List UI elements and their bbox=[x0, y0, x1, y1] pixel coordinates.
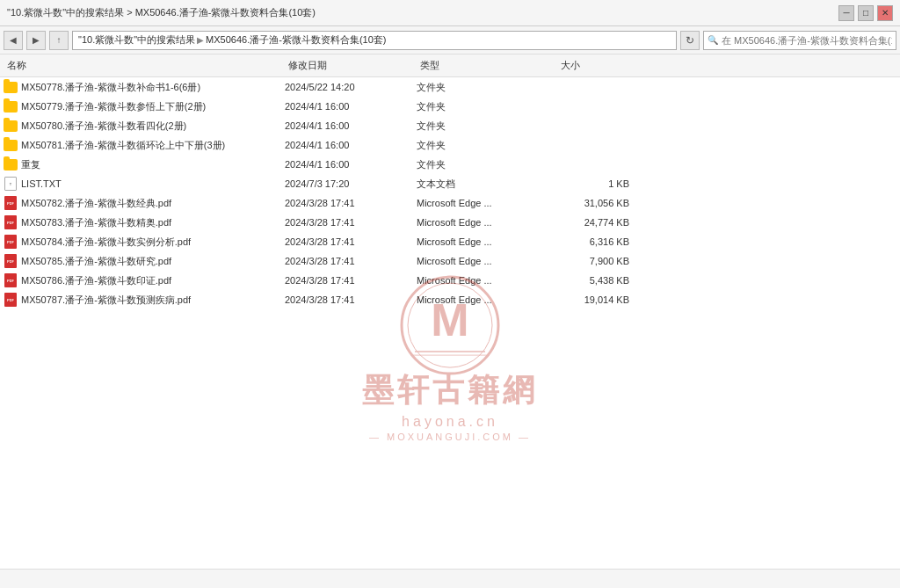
file-size: 6,316 KB bbox=[557, 236, 636, 247]
file-size: 5,438 KB bbox=[557, 275, 636, 286]
pdf-icon bbox=[4, 196, 18, 210]
address-bar[interactable]: "10.紫微斗数"中的搜索结果 ▶ MX50646.潘子渔-紫微斗数资料合集(1… bbox=[72, 31, 677, 50]
file-date: 2024/3/28 17:41 bbox=[285, 236, 417, 247]
file-size: 31,056 KB bbox=[557, 198, 636, 208]
pdf-icon bbox=[4, 235, 18, 249]
file-date: 2024/3/28 17:41 bbox=[285, 294, 417, 305]
table-row[interactable]: MX50779.潘子渔-紫微斗数参悟上下册(2册) 2024/4/1 16:00… bbox=[0, 97, 900, 116]
breadcrumb-separator: ▶ bbox=[197, 35, 204, 45]
file-type: Microsoft Edge ... bbox=[417, 198, 557, 208]
folder-icon bbox=[4, 80, 18, 94]
file-size: 19,014 KB bbox=[557, 294, 636, 305]
forward-button[interactable]: ▶ bbox=[26, 31, 46, 50]
maximize-button[interactable]: □ bbox=[858, 5, 874, 21]
title-bar-text: "10.紫微斗数"中的搜索结果 > MX50646.潘子渔-紫微斗数资料合集(1… bbox=[7, 6, 838, 19]
file-date: 2024/4/1 16:00 bbox=[285, 120, 417, 131]
file-name: MX50780.潘子渔-紫微斗数看四化(2册) bbox=[21, 120, 285, 133]
status-bar bbox=[0, 569, 900, 588]
search-icon: 🔍 bbox=[708, 35, 718, 45]
file-type: Microsoft Edge ... bbox=[417, 275, 557, 286]
column-headers: 名称 修改日期 类型 大小 bbox=[0, 54, 900, 77]
file-size: 7,900 KB bbox=[557, 256, 636, 266]
file-date: 2024/3/28 17:41 bbox=[285, 198, 417, 208]
watermark-domain: — MOXUANGUJI.COM — bbox=[369, 432, 531, 442]
file-date: 2024/4/1 16:00 bbox=[285, 140, 417, 150]
file-name: 重复 bbox=[21, 158, 285, 171]
breadcrumb-part1: "10.紫微斗数"中的搜索结果 bbox=[78, 33, 195, 47]
search-input[interactable] bbox=[722, 35, 892, 46]
pdf-icon bbox=[4, 273, 18, 287]
title-bar: "10.紫微斗数"中的搜索结果 > MX50646.潘子渔-紫微斗数资料合集(1… bbox=[0, 0, 900, 26]
search-box[interactable]: 🔍 bbox=[703, 31, 896, 50]
file-name: MX50783.潘子渔-紫微斗数精奥.pdf bbox=[21, 216, 285, 229]
watermark-text-cn: 墨轩古籍網 bbox=[362, 369, 538, 412]
table-row[interactable]: 重复 2024/4/1 16:00 文件夹 bbox=[0, 155, 900, 174]
file-name: MX50779.潘子渔-紫微斗数参悟上下册(2册) bbox=[21, 100, 285, 113]
file-date: 2024/3/28 17:41 bbox=[285, 256, 417, 266]
file-date: 2024/5/22 14:20 bbox=[285, 82, 417, 92]
folder-icon bbox=[4, 119, 18, 133]
file-date: 2024/4/1 16:00 bbox=[285, 101, 417, 112]
file-type: 文本文档 bbox=[417, 178, 557, 191]
file-type: Microsoft Edge ... bbox=[417, 294, 557, 305]
pdf-icon bbox=[4, 254, 18, 268]
pdf-icon bbox=[4, 293, 18, 307]
file-name: MX50787.潘子渔-紫微斗数预测疾病.pdf bbox=[21, 294, 285, 307]
file-type: 文件夹 bbox=[417, 158, 557, 171]
col-header-name[interactable]: 名称 bbox=[4, 59, 285, 72]
table-row[interactable]: MX50786.潘子渔-紫微斗数印证.pdf 2024/3/28 17:41 M… bbox=[0, 271, 900, 290]
file-type: Microsoft Edge ... bbox=[417, 256, 557, 266]
pdf-icon bbox=[4, 215, 18, 229]
breadcrumb: "10.紫微斗数"中的搜索结果 ▶ MX50646.潘子渔-紫微斗数资料合集(1… bbox=[78, 33, 386, 47]
table-row[interactable]: MX50778.潘子渔-紫微斗数补命书1-6(6册) 2024/5/22 14:… bbox=[0, 77, 900, 97]
file-date: 2024/7/3 17:20 bbox=[285, 178, 417, 189]
file-date: 2024/4/1 16:00 bbox=[285, 159, 417, 170]
file-name: MX50781.潘子渔-紫微斗数循环论上中下册(3册) bbox=[21, 139, 285, 152]
table-row[interactable]: MX50784.潘子渔-紫微斗数实例分析.pdf 2024/3/28 17:41… bbox=[0, 232, 900, 251]
table-row[interactable]: T LIST.TXT 2024/7/3 17:20 文本文档 1 KB bbox=[0, 174, 900, 193]
file-name: MX50778.潘子渔-紫微斗数补命书1-6(6册) bbox=[21, 81, 285, 94]
back-button[interactable]: ◀ bbox=[4, 31, 23, 50]
minimize-button[interactable]: ─ bbox=[838, 5, 854, 21]
file-type: Microsoft Edge ... bbox=[417, 217, 557, 228]
table-row[interactable]: MX50783.潘子渔-紫微斗数精奥.pdf 2024/3/28 17:41 M… bbox=[0, 213, 900, 232]
table-row[interactable]: MX50787.潘子渔-紫微斗数预测疾病.pdf 2024/3/28 17:41… bbox=[0, 290, 900, 309]
table-row[interactable]: MX50780.潘子渔-紫微斗数看四化(2册) 2024/4/1 16:00 文… bbox=[0, 116, 900, 135]
refresh-button[interactable]: ↻ bbox=[680, 31, 700, 50]
table-row[interactable]: MX50781.潘子渔-紫微斗数循环论上中下册(3册) 2024/4/1 16:… bbox=[0, 135, 900, 155]
file-list: MX50778.潘子渔-紫微斗数补命书1-6(6册) 2024/5/22 14:… bbox=[0, 77, 900, 569]
file-type: 文件夹 bbox=[417, 81, 557, 94]
table-row[interactable]: MX50785.潘子渔-紫微斗数研究.pdf 2024/3/28 17:41 M… bbox=[0, 251, 900, 271]
title-bar-controls: ─ □ ✕ bbox=[838, 5, 893, 21]
col-header-date[interactable]: 修改日期 bbox=[285, 59, 417, 72]
file-name: MX50785.潘子渔-紫微斗数研究.pdf bbox=[21, 255, 285, 268]
file-date: 2024/3/28 17:41 bbox=[285, 217, 417, 228]
table-row[interactable]: MX50782.潘子渔-紫微斗数经典.pdf 2024/3/28 17:41 M… bbox=[0, 193, 900, 213]
file-size: 1 KB bbox=[557, 178, 636, 189]
col-header-size[interactable]: 大小 bbox=[557, 59, 636, 72]
file-size: 24,774 KB bbox=[557, 217, 636, 228]
folder-icon bbox=[4, 138, 18, 152]
breadcrumb-part2: MX50646.潘子渔-紫微斗数资料合集(10套) bbox=[206, 33, 386, 47]
file-name: MX50782.潘子渔-紫微斗数经典.pdf bbox=[21, 197, 285, 210]
file-type: 文件夹 bbox=[417, 139, 557, 152]
file-type: 文件夹 bbox=[417, 120, 557, 133]
file-name: MX50786.潘子渔-紫微斗数印证.pdf bbox=[21, 274, 285, 287]
watermark-url: hayona.cn bbox=[402, 414, 498, 430]
file-type: 文件夹 bbox=[417, 100, 557, 113]
folder-icon bbox=[4, 157, 18, 171]
folder-icon bbox=[4, 99, 18, 113]
explorer-window: "10.紫微斗数"中的搜索结果 > MX50646.潘子渔-紫微斗数资料合集(1… bbox=[0, 0, 900, 588]
txt-icon: T bbox=[4, 177, 18, 191]
toolbar: ◀ ▶ ↑ "10.紫微斗数"中的搜索结果 ▶ MX50646.潘子渔-紫微斗数… bbox=[0, 26, 900, 54]
up-button[interactable]: ↑ bbox=[49, 31, 69, 50]
file-name: MX50784.潘子渔-紫微斗数实例分析.pdf bbox=[21, 236, 285, 249]
col-header-type[interactable]: 类型 bbox=[417, 59, 557, 72]
file-date: 2024/3/28 17:41 bbox=[285, 275, 417, 286]
file-type: Microsoft Edge ... bbox=[417, 236, 557, 247]
close-button[interactable]: ✕ bbox=[877, 5, 893, 21]
file-name: LIST.TXT bbox=[21, 178, 285, 189]
